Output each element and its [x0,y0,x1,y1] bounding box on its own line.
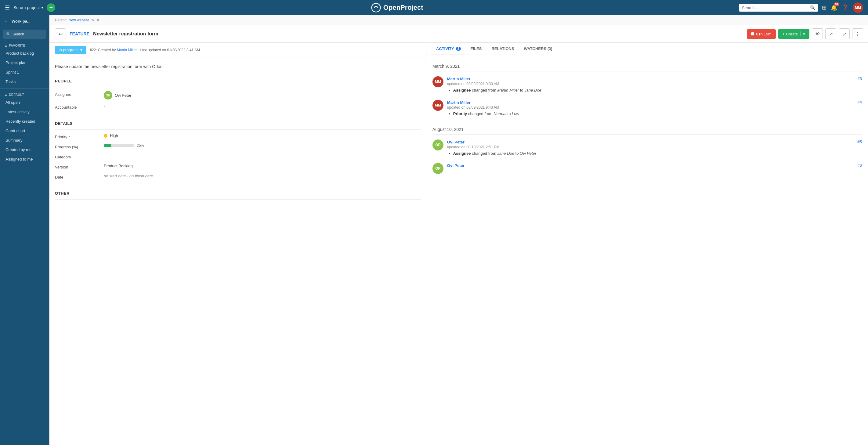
change-from-assignee: Martin Miller [497,88,519,93]
version-value: Product Backlog [104,164,421,168]
activity-change-3: Assignee changed from Martin Miller to J… [447,88,862,93]
activity-body-3: Martin Miller updated on 03/09/2021 9:30… [447,76,862,93]
notifications-icon[interactable]: 🔔 59 [831,4,837,11]
grid-icon[interactable]: ⊞ [822,4,827,11]
sidebar-section-default: ▲ DEFAULT [0,90,49,98]
notification-badge: 59 [834,2,839,6]
sidebar-item-all-open[interactable]: All open [0,98,49,107]
activity-number-6[interactable]: #6 [858,163,862,167]
activity-entry-6: OP Ovi Peter #6 [432,163,862,174]
logo-icon [371,3,381,12]
sidebar-divider [0,88,49,89]
activity-person-name-5[interactable]: Ovi Peter [447,140,465,145]
status-dropdown[interactable]: In progress ▾ [55,46,86,54]
sidebar-header: ← Work pa... [0,15,49,27]
breadcrumb-parent-link[interactable]: New website [69,18,89,22]
change-field-priority: Priority [453,112,467,116]
sidebar-item-created-by-me[interactable]: Created by me [0,145,49,154]
activity-name-4: Martin Miller updated on 03/09/2021 9:43… [447,100,499,109]
sidebar-search[interactable]: 🔍 Search [3,30,46,39]
sidebar-default-caret: ▲ [4,93,8,96]
priority-dot-icon [104,134,107,138]
progress-label: Progress (%) [55,144,104,149]
activity-panel: March 9, 2021 MM Martin Miller updated o… [426,55,868,445]
activity-person-name-3[interactable]: Martin Miller [447,76,471,81]
activity-name-6: Ovi Peter [447,163,465,168]
category-row: Category - [55,154,421,159]
tab-relations[interactable]: RELATIONS [487,43,519,55]
sidebar-item-project-plan[interactable]: Project plan [0,58,49,67]
create-button[interactable]: + Create ▾ [778,29,809,39]
change-from-assignee-5: Jane Doe [497,151,514,156]
share-button[interactable]: ↗ [825,28,836,39]
progress-bar-background [104,144,134,147]
breadcrumb-parent-label: Parent: [55,18,67,22]
activity-body-5: Ovi Peter updated on 08/10/2021 2:51 PM … [447,139,862,156]
svg-point-0 [371,3,380,12]
tab-watchers-label: WATCHERS (3) [524,46,552,51]
change-from-priority: Normal [494,112,506,116]
progress-row: Progress (%) 25% [55,144,421,149]
sidebar-item-latest-activity[interactable]: Latest activity [0,107,49,117]
right-panel: ACTIVITY 2 FILES RELATIONS WATCHERS (3) [426,43,868,445]
sidebar-item-product-backlog[interactable]: Product backlog [0,49,49,58]
sidebar-item-sprint-1[interactable]: Sprint 1 [0,67,49,77]
activity-person-name-6[interactable]: Ovi Peter [447,163,465,168]
activity-number-3[interactable]: #3 [858,76,862,81]
breadcrumb-close-icon[interactable]: ✕ [96,18,100,23]
search-input[interactable] [742,5,808,10]
hamburger-menu-icon[interactable]: ☰ [5,4,10,11]
watch-button[interactable]: 👁 [812,28,823,39]
project-selector[interactable]: Scrum project ▾ [13,5,43,10]
status-info: #22: Created by Martin Miller . Last upd… [90,48,201,52]
tab-watchers[interactable]: WATCHERS (3) [519,43,557,55]
other-divider [55,199,421,200]
progress-value: 25% [104,144,421,148]
assignee-label: Assignee [55,91,104,97]
activity-date-4: updated on 03/09/2021 9:43 AM [447,105,499,109]
date-label: Date [55,174,104,180]
activity-number-4[interactable]: #4 [858,100,862,104]
sidebar-title: Work pa... [11,19,31,24]
activity-date-5: updated on 08/10/2021 2:51 PM [447,145,499,149]
priority-row: Priority * High [55,133,421,139]
activity-change-4: Priority changed from Normal to Low [447,112,862,116]
create-chevron-icon: ▾ [803,32,805,36]
activity-number-5[interactable]: #5 [858,139,862,144]
global-search[interactable]: 🔍 [739,4,818,11]
status-info-suffix: . Last updated on 01/20/2022 8:41 AM. [138,48,201,52]
sidebar-favorite-label: FAVORITE [9,44,25,47]
status-bar: In progress ▾ #22: Created by Martin Mil… [50,43,426,57]
activity-header-5: Ovi Peter updated on 08/10/2021 2:51 PM … [447,139,862,149]
add-button[interactable]: + [47,3,55,12]
timer-dot-icon [751,32,754,35]
sidebar-item-recently-created[interactable]: Recently created [0,117,49,126]
back-button[interactable]: ↩ [55,28,66,39]
help-icon[interactable]: ❓ [842,4,848,11]
sidebar: ← Work pa... 🔍 Search ▲ FAVORITE Product… [0,15,49,445]
sidebar-back-arrow[interactable]: ← [4,18,9,24]
user-avatar[interactable]: MM [853,2,863,13]
fullscreen-button[interactable]: ⤢ [839,28,850,39]
breadcrumb-edit-icon[interactable]: ✎ [91,18,95,23]
sidebar-item-summary[interactable]: Summary [0,135,49,145]
assignee-name: Ovi Peter [115,93,131,98]
activity-avatar-mm-3: MM [432,76,443,87]
activity-person-name-4[interactable]: Martin Miller [447,100,471,105]
change-to-assignee-5: Ovi Peter [520,151,536,156]
activity-avatar-op-6: OP [432,163,443,174]
more-options-button[interactable]: ⋮ [852,28,863,39]
timer-button[interactable]: 01h 19m [747,29,776,39]
tab-relations-label: RELATIONS [491,46,514,51]
tab-files[interactable]: FILES [466,43,487,55]
sidebar-item-assigned-to-me[interactable]: Assigned to me [0,154,49,164]
status-label: In progress [59,47,79,52]
activity-name-5: Ovi Peter updated on 08/10/2021 2:51 PM [447,139,499,149]
tab-activity-label: ACTIVITY [436,46,454,51]
sidebar-item-gantt-chart[interactable]: Gantt chart [0,126,49,135]
sidebar-item-tasks[interactable]: Tasks [0,77,49,86]
tab-activity-badge: 2 [456,47,461,51]
workpackage-actions: 01h 19m + Create ▾ 👁 ↗ ⤢ ⋮ [747,28,863,39]
tab-activity[interactable]: ACTIVITY 2 [431,43,466,55]
status-creator-link[interactable]: Martin Miller [117,48,137,52]
